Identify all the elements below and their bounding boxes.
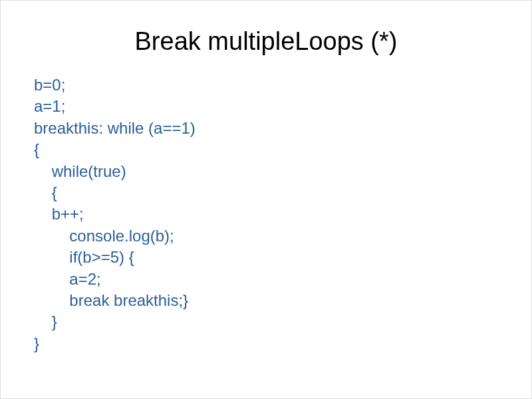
- slide-title: Break multipleLoops (*): [34, 27, 498, 56]
- code-block: b=0; a=1; breakthis: while (a==1) { whil…: [34, 74, 498, 354]
- code-line: }: [34, 334, 39, 352]
- code-line: b++;: [34, 205, 84, 223]
- code-line: b=0;: [34, 76, 65, 94]
- code-line: while(true): [34, 162, 126, 180]
- code-line: a=2;: [34, 270, 101, 288]
- code-line: a=1;: [34, 97, 65, 115]
- code-line: breakthis: while (a==1): [34, 119, 196, 137]
- code-line: }: [34, 313, 57, 331]
- code-line: {: [34, 140, 39, 158]
- code-line: if(b>=5) {: [34, 248, 134, 266]
- code-line: break breakthis;}: [34, 291, 188, 309]
- code-line: console.log(b);: [34, 227, 174, 245]
- code-line: {: [34, 184, 57, 201]
- slide-container: Break multipleLoops (*) b=0; a=1; breakt…: [1, 1, 531, 398]
